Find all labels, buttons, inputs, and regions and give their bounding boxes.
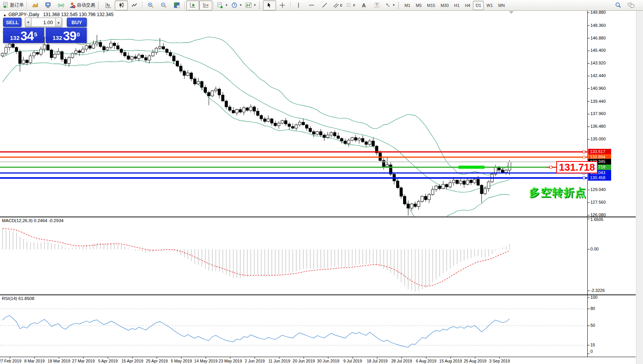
zoom-out-button[interactable] [157,0,170,10]
line-chart-icon [131,2,138,8]
main-chart-plot[interactable] [0,32,587,226]
price-tick-label: 143.920 [590,61,606,65]
timeframe-m5-button[interactable]: M5 [413,1,424,10]
auto-scroll-button[interactable] [186,0,199,10]
date-label: 2 Jun 2019 [245,359,265,363]
trendline-tool-button[interactable] [318,0,331,10]
price-tick-label: 137.960 [590,111,606,116]
buy-price-int: 132 [53,34,62,42]
price-tick-label: 142.440 [590,73,606,78]
crosshair-icon [279,2,285,8]
timeframe-mn-button[interactable]: MN [496,1,507,10]
date-label: 23 May 2019 [219,359,242,363]
timeframe-m15-button[interactable]: M15 [424,1,438,10]
indicators-button[interactable]: ▼ [244,0,258,10]
window-right-strip [636,11,643,364]
new-order-icon [2,2,9,8]
toolbar-grip [398,2,401,9]
trendline-icon [322,2,327,8]
date-label: 25 Aug 2019 [464,359,486,363]
text-label-tool-button[interactable]: T [370,0,383,10]
volume-increase-button[interactable]: ▲ [55,18,62,27]
vertical-line-tool-button[interactable] [292,0,305,10]
timeframe-d1-button[interactable]: D1 [473,1,484,10]
clock-icon [231,2,238,8]
price-scale[interactable]: 149.880148.360146.880145.400143.920142.4… [588,11,636,357]
autotrading-label: 自动交易 [77,2,95,8]
timeframe-m30-button[interactable]: M30 [438,1,451,10]
new-chart-icon [217,2,223,8]
date-label: 9 Jul 2019 [344,359,362,363]
bar-chart-button[interactable] [102,0,115,10]
separator [26,2,27,9]
tile-windows-button[interactable] [170,0,183,10]
date-label: 15 Aug 2019 [439,359,462,363]
fibonacci-glyph: F [353,3,355,7]
cursor-tool-button[interactable] [263,0,276,10]
arrows-tool-button[interactable]: ▼ [383,0,397,10]
arrows-icon [385,2,391,8]
buy-button[interactable]: BUY [67,18,87,27]
new-chart-button[interactable]: ▼ [215,0,230,10]
line-chart-button[interactable] [128,0,141,10]
chat-button[interactable] [625,0,638,10]
date-label: 11 Jun 2019 [268,359,290,363]
timeframe-h1-button[interactable]: H1 [451,1,462,10]
autotrading-icon [69,2,76,8]
text-tool-button[interactable]: A [357,0,370,10]
trade-panel-toggle-icon[interactable]: ▲ [3,13,7,17]
chart-title: ▲GBPJPY-,Daily131.368 132.545 130.796 13… [3,12,114,17]
dropdown-caret-icon: ▼ [392,3,395,7]
signals-icon [58,2,64,8]
chart-canvas[interactable] [0,0,643,364]
separator [184,2,185,9]
rsi-plot[interactable] [0,309,587,347]
crosshair-tool-button[interactable] [276,0,289,10]
chart-shift-marker-icon[interactable] [509,11,514,14]
buy-price-sup: 0 [77,33,80,36]
price-callout-label[interactable]: 131.718 [556,161,598,173]
macd-plot[interactable] [3,229,510,292]
date-label: 20 Jun 2019 [293,359,315,363]
channel-glyph: E [340,3,342,7]
timeframe-h4-button[interactable]: H4 [462,1,473,10]
separator [142,2,143,9]
date-axis[interactable]: 27 Feb 20198 Mar 201918 Mar 201927 Mar 2… [0,357,636,364]
periods-button[interactable]: ▼ [230,0,244,10]
buy-price-button[interactable]: 132 39 0 [46,28,87,43]
signals-button[interactable] [55,0,68,10]
channel-tool-button[interactable]: E [331,0,344,10]
sell-button[interactable]: SELL [3,18,21,27]
text-tool-icon: A [362,2,366,8]
new-order-button[interactable]: 新订单 [1,0,25,10]
price-tick-label: 135.000 [590,137,606,141]
zoom-in-icon [147,2,154,8]
indicators-icon [245,2,252,8]
zoom-in-button[interactable] [144,0,157,10]
date-label: 30 Jun 2019 [317,359,339,363]
date-label: 8 Mar 2019 [24,359,45,363]
price-tick-label: 148.360 [590,23,606,28]
search-button[interactable] [612,0,625,10]
horizontal-line-tool-button[interactable] [305,0,318,10]
annotation-text[interactable]: 多空转折点 [529,185,587,200]
volume-input[interactable] [31,18,55,27]
rsi-label: RSI(14) 61.8508 [2,296,34,301]
volume-decrease-button[interactable]: ▼ [25,18,31,27]
autotrading-button[interactable]: 自动交易 [68,0,97,10]
toolbar-grip [259,2,262,9]
terminal-button[interactable] [41,0,55,10]
timeframe-w1-button[interactable]: W1 [484,1,496,10]
one-click-trading-panel: SELL ▼ ▲ BUY 132 34 5 132 39 0 [3,18,87,43]
date-label: 6 Aug 2019 [416,359,436,363]
timeframe-m1-button[interactable]: M1 [402,1,413,10]
profiles-button[interactable] [28,0,41,10]
candlestick-chart-button[interactable] [115,0,128,10]
candlestick-chart-icon [118,2,125,8]
fibonacci-tool-button[interactable]: F [344,0,357,10]
sell-price-button[interactable]: 132 34 5 [3,28,44,43]
chart-shift-button[interactable] [199,0,212,10]
ohlc-values: 131.368 132.545 130.796 132.345 [43,12,114,17]
dropdown-caret-icon: ▼ [253,3,256,7]
separator [213,2,214,9]
